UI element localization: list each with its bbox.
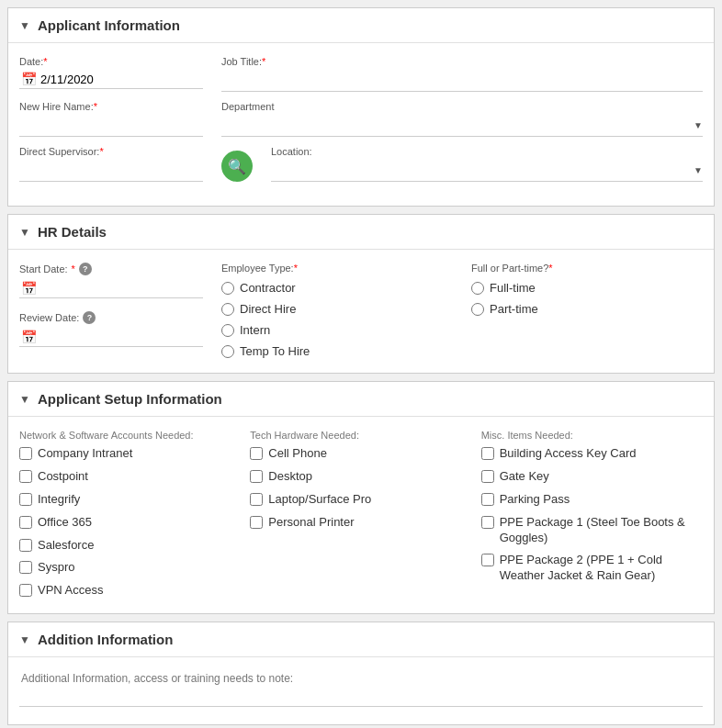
radio-contractor-input[interactable] [221, 282, 234, 295]
addition-chevron-icon[interactable]: ▼ [19, 633, 30, 646]
employee-type-col: Employee Type:* Contractor Direct Hire [221, 263, 453, 358]
setup-section-body: Network & Software Accounts Needed: Comp… [8, 417, 714, 613]
checkbox-integrify-label: Integrify [38, 492, 80, 508]
review-date-input[interactable] [40, 330, 201, 344]
radio-contractor[interactable]: Contractor [221, 281, 453, 295]
checkbox-office365-input[interactable] [19, 516, 32, 529]
date-field-group: Date:* 📅 [19, 56, 203, 92]
checkbox-office365[interactable]: Office 365 [19, 515, 241, 531]
checkbox-syspro-input[interactable] [19, 561, 32, 574]
applicant-section-title: Applicant Information [38, 17, 180, 33]
radio-part-time-label: Part-time [490, 302, 538, 316]
search-icon: 🔍 [228, 158, 246, 175]
applicant-row-1: Date:* 📅 Job Title:* [19, 56, 703, 92]
full-part-radio-group: Full-time Part-time [471, 281, 703, 316]
checkbox-gate-key-input[interactable] [481, 470, 494, 483]
checkbox-ppe-package-2[interactable]: PPE Package 2 (PPE 1 + Cold Weather Jack… [481, 553, 703, 584]
hr-dates-col: Start Date:* ? 📅 Review Date: ? 📅 [19, 263, 203, 358]
applicant-row-3: Direct Supervisor:* 🔍 Location: ▼ [19, 146, 703, 182]
department-select-arrow-icon: ▼ [694, 120, 703, 130]
radio-full-time[interactable]: Full-time [471, 281, 703, 295]
checkbox-costpoint-input[interactable] [19, 470, 32, 483]
radio-direct-hire-input[interactable] [221, 303, 234, 316]
checkbox-company-intranet[interactable]: Company Intranet [19, 446, 241, 462]
checkbox-salesforce-label: Salesforce [38, 538, 94, 554]
radio-intern[interactable]: Intern [221, 323, 453, 337]
radio-intern-input[interactable] [221, 324, 234, 337]
checkbox-building-key-card[interactable]: Building Access Key Card [481, 446, 703, 462]
start-date-wrapper: 📅 [19, 279, 203, 298]
hr-section-title: HR Details [38, 224, 107, 240]
network-software-label: Network & Software Accounts Needed: [19, 430, 241, 441]
direct-supervisor-label: Direct Supervisor:* [19, 146, 203, 157]
hr-section-body: Start Date:* ? 📅 Review Date: ? 📅 [8, 250, 714, 373]
checkbox-ppe-package-1[interactable]: PPE Package 1 (Steel Toe Boots & Goggles… [481, 515, 703, 546]
page-wrapper: ▼ Applicant Information Date:* 📅 Job T [0, 0, 722, 728]
location-select[interactable] [271, 160, 694, 181]
additional-info-textarea[interactable] [19, 670, 703, 707]
radio-part-time[interactable]: Part-time [471, 302, 703, 316]
new-hire-input[interactable] [19, 115, 203, 137]
checkbox-desktop[interactable]: Desktop [250, 469, 471, 485]
checkbox-gate-key-label: Gate Key [500, 469, 549, 485]
checkbox-office365-label: Office 365 [38, 515, 92, 531]
direct-supervisor-field-group: Direct Supervisor:* [19, 146, 203, 182]
applicant-information-section: ▼ Applicant Information Date:* 📅 Job T [7, 7, 715, 207]
calendar-icon: 📅 [21, 72, 37, 86]
checkbox-ppe-package-1-input[interactable] [481, 516, 494, 529]
checkbox-parking-pass-label: Parking Pass [500, 492, 570, 508]
radio-temp-to-hire[interactable]: Temp To Hire [221, 344, 453, 358]
radio-direct-hire-label: Direct Hire [240, 302, 296, 316]
review-date-label-group: Review Date: ? [19, 311, 203, 324]
radio-temp-to-hire-input[interactable] [221, 345, 234, 358]
checkbox-cell-phone-input[interactable] [250, 447, 263, 460]
checkbox-building-key-card-input[interactable] [481, 447, 494, 460]
location-select-arrow-icon: ▼ [694, 165, 703, 175]
radio-part-time-input[interactable] [471, 303, 484, 316]
date-input[interactable] [40, 73, 201, 86]
checkbox-personal-printer[interactable]: Personal Printer [250, 515, 471, 531]
checkbox-company-intranet-input[interactable] [19, 447, 32, 460]
applicant-section-body: Date:* 📅 Job Title:* [8, 43, 714, 206]
misc-items-list: Building Access Key Card Gate Key Parkin… [481, 446, 703, 584]
network-software-col: Network & Software Accounts Needed: Comp… [19, 430, 241, 599]
direct-supervisor-input[interactable] [19, 160, 203, 182]
checkbox-laptop-surface-pro-input[interactable] [250, 493, 263, 506]
full-part-label: Full or Part-time?* [471, 263, 703, 274]
setup-chevron-icon[interactable]: ▼ [19, 393, 30, 406]
start-date-help-icon[interactable]: ? [79, 263, 92, 275]
checkbox-vpn-access-input[interactable] [19, 584, 32, 597]
checkbox-personal-printer-input[interactable] [250, 516, 263, 529]
location-field-group: Location: ▼ [271, 146, 703, 182]
search-button[interactable]: 🔍 [221, 151, 253, 182]
checkbox-ppe-package-2-input[interactable] [481, 554, 494, 566]
checkbox-costpoint[interactable]: Costpoint [19, 469, 241, 485]
job-title-input[interactable] [221, 70, 703, 92]
checkbox-salesforce[interactable]: Salesforce [19, 538, 241, 554]
start-date-calendar-icon: 📅 [21, 281, 37, 296]
checkbox-integrify-input[interactable] [19, 493, 32, 506]
checkbox-integrify[interactable]: Integrify [19, 492, 241, 508]
checkbox-desktop-input[interactable] [250, 470, 263, 483]
checkbox-parking-pass[interactable]: Parking Pass [481, 492, 703, 508]
checkbox-parking-pass-input[interactable] [481, 493, 494, 506]
checkbox-cell-phone[interactable]: Cell Phone [250, 446, 471, 462]
employee-type-label: Employee Type:* [221, 263, 453, 274]
checkbox-syspro[interactable]: Syspro [19, 560, 241, 576]
checkbox-salesforce-input[interactable] [19, 539, 32, 552]
full-part-col: Full or Part-time?* Full-time Part-time [471, 263, 703, 358]
department-label: Department [221, 101, 703, 112]
radio-temp-to-hire-label: Temp To Hire [240, 344, 310, 358]
start-date-input[interactable] [40, 282, 201, 296]
radio-full-time-input[interactable] [471, 282, 484, 295]
checkbox-gate-key[interactable]: Gate Key [481, 469, 703, 485]
applicant-chevron-icon[interactable]: ▼ [19, 19, 30, 32]
checkbox-vpn-access[interactable]: VPN Access [19, 583, 241, 599]
department-select[interactable] [221, 115, 694, 136]
hr-chevron-icon[interactable]: ▼ [19, 226, 30, 239]
hr-row: Start Date:* ? 📅 Review Date: ? 📅 [19, 263, 703, 358]
checkbox-laptop-surface-pro[interactable]: Laptop/Surface Pro [250, 492, 471, 508]
radio-direct-hire[interactable]: Direct Hire [221, 302, 453, 316]
date-wrapper: 📅 [19, 70, 203, 89]
review-date-help-icon[interactable]: ? [83, 311, 96, 324]
